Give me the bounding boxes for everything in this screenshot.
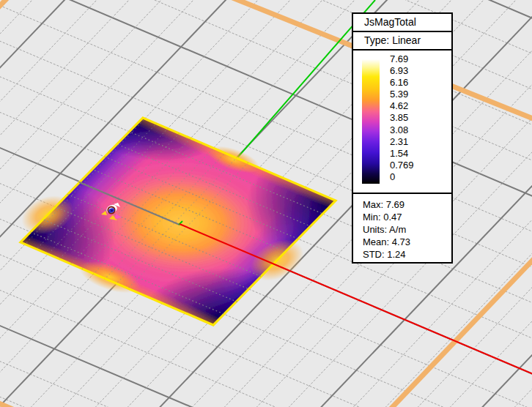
- legend-type: Type: Linear: [353, 32, 451, 51]
- colorbar-cell: 7.696.936.165.394.623.853.082.311.540.76…: [353, 51, 451, 194]
- colorbar-ticks: 7.696.936.165.394.623.853.082.311.540.76…: [390, 53, 448, 183]
- colorbar-tick: 6.93: [390, 65, 448, 77]
- colorbar-tick: 0: [390, 171, 448, 183]
- colorbar-tick: 1.54: [390, 148, 448, 160]
- colorbar-tick: 3.08: [390, 124, 448, 136]
- colorbar-gradient: [362, 59, 380, 184]
- colorbar-tick: 2.31: [390, 136, 448, 148]
- legend-stat: Min: 0.47: [363, 211, 451, 223]
- colorbar-tick: 7.69: [390, 53, 448, 65]
- legend-stats: Max: 7.69Min: 0.47Units: A/mMean: 4.73ST…: [353, 194, 451, 261]
- legend-title: JsMagTotal: [353, 14, 451, 32]
- legend-stat: STD: 1.24: [363, 248, 451, 261]
- colorbar-tick: 3.85: [390, 112, 448, 124]
- viewport-3d[interactable]: JsMagTotal Type: Linear 7.696.936.165.39…: [0, 0, 532, 407]
- legend-stat: Units: A/m: [363, 223, 451, 236]
- legend-stat: Mean: 4.73: [363, 236, 451, 248]
- colorbar-tick: 4.62: [390, 100, 448, 112]
- colorbar-tick: 0.769: [390, 160, 448, 171]
- colorbar-tick: 5.39: [390, 89, 448, 100]
- legend-panel[interactable]: JsMagTotal Type: Linear 7.696.936.165.39…: [352, 12, 453, 264]
- legend-stat: Max: 7.69: [363, 198, 451, 211]
- colorbar-tick: 6.16: [390, 77, 448, 89]
